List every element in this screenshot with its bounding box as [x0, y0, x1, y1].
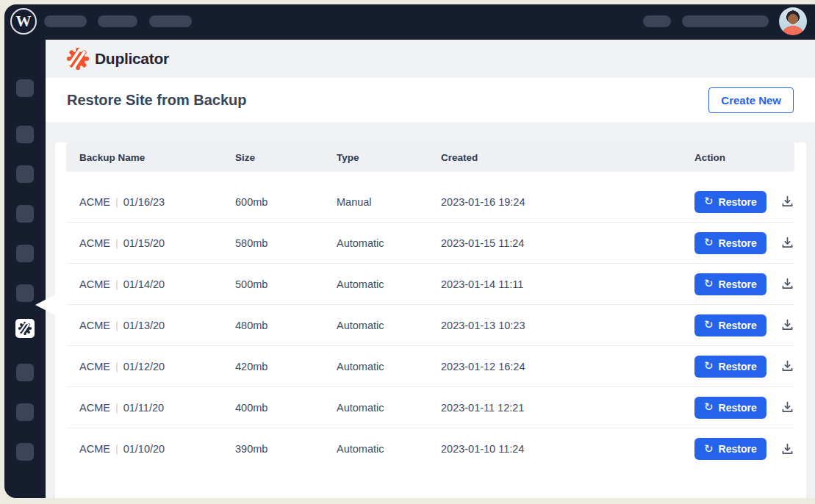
- user-avatar[interactable]: [779, 7, 807, 35]
- restore-button-label: Restore: [719, 443, 757, 455]
- restore-button[interactable]: ↻ Restore: [694, 314, 766, 336]
- sidebar-active-pointer: [35, 295, 55, 315]
- plugin-logo-bar: Duplicator: [46, 40, 815, 78]
- sidebar-item-placeholder[interactable]: [16, 126, 34, 143]
- backups-table: Backup Name Size Type Created Action ACM…: [55, 143, 806, 498]
- backup-site-name: ACME: [79, 443, 110, 455]
- download-button[interactable]: [780, 235, 795, 251]
- restore-refresh-icon: ↻: [704, 196, 714, 207]
- download-button[interactable]: [780, 442, 795, 457]
- backup-name-cell: ACME|01/16/23: [79, 196, 235, 208]
- topbar-menu-placeholder[interactable]: [98, 15, 137, 27]
- action-cell: ↻ Restore: [694, 438, 795, 460]
- sidebar-item-placeholder[interactable]: [16, 79, 34, 97]
- download-button[interactable]: [780, 359, 795, 374]
- backup-site-name: ACME: [79, 361, 110, 372]
- backup-site-name: ACME: [79, 278, 110, 290]
- backup-date: 01/11/20: [123, 402, 164, 414]
- restore-button-label: Restore: [719, 278, 757, 290]
- table-header: Backup Name Size Type Created Action: [66, 143, 794, 172]
- created-cell: 2023-01-12 16:24: [441, 361, 694, 372]
- page-title: Restore Site from Backup: [67, 92, 247, 109]
- table-body: ACME|01/16/23 600mb Manual 2023-01-16 19…: [66, 172, 794, 469]
- download-button[interactable]: [780, 317, 795, 333]
- name-separator: |: [115, 278, 118, 290]
- download-icon: [781, 319, 794, 331]
- download-button[interactable]: [780, 276, 795, 292]
- restore-refresh-icon: ↻: [704, 278, 714, 289]
- backup-date: 01/13/20: [123, 320, 165, 331]
- sidebar-item-placeholder[interactable]: [16, 165, 34, 183]
- sidebar-item-placeholder[interactable]: [16, 403, 34, 421]
- topbar-menu-placeholder[interactable]: [682, 15, 769, 27]
- type-cell: Automatic: [337, 443, 441, 455]
- restore-button[interactable]: ↻ Restore: [694, 232, 766, 254]
- action-cell: ↻ Restore: [694, 273, 795, 295]
- sidebar-item-placeholder[interactable]: [16, 364, 34, 381]
- restore-button[interactable]: ↻ Restore: [694, 438, 766, 460]
- download-icon: [781, 237, 794, 249]
- size-cell: 400mb: [235, 402, 337, 414]
- create-new-button[interactable]: Create New: [708, 87, 794, 113]
- type-cell: Automatic: [337, 320, 441, 331]
- size-cell: 390mb: [235, 443, 337, 455]
- duplicator-gear-icon: [18, 322, 32, 335]
- wordpress-logo[interactable]: W: [10, 8, 37, 35]
- action-cell: ↻ Restore: [694, 232, 795, 254]
- screen: W: [0, 0, 815, 504]
- created-cell: 2023-01-14 11:11: [441, 278, 694, 290]
- topbar-menu-placeholder[interactable]: [149, 15, 192, 27]
- type-cell: Manual: [337, 196, 441, 208]
- name-separator: |: [115, 237, 118, 249]
- action-cell: ↻ Restore: [694, 191, 795, 213]
- table-row: ACME|01/10/20 390mb Automatic 2023-01-10…: [66, 428, 794, 469]
- download-icon: [781, 401, 794, 414]
- table-row: ACME|01/14/20 500mb Automatic 2023-01-14…: [66, 264, 794, 305]
- size-cell: 420mb: [235, 361, 337, 372]
- table-area: Backup Name Size Type Created Action ACM…: [46, 143, 815, 498]
- restore-refresh-icon: ↻: [704, 402, 714, 413]
- download-button[interactable]: [780, 194, 795, 209]
- admin-topbar: W: [4, 4, 815, 40]
- column-header-type: Type: [337, 152, 441, 163]
- backup-name-cell: ACME|01/14/20: [79, 278, 235, 290]
- download-icon: [781, 443, 794, 456]
- download-icon: [781, 360, 794, 372]
- restore-refresh-icon: ↻: [704, 237, 714, 248]
- backup-name-cell: ACME|01/11/20: [79, 402, 235, 414]
- backup-date: 01/10/20: [123, 443, 165, 455]
- type-cell: Automatic: [337, 278, 441, 290]
- created-cell: 2023-01-10 11:24: [441, 443, 694, 455]
- name-separator: |: [115, 402, 118, 414]
- backup-name-cell: ACME|01/10/20: [79, 443, 235, 455]
- table-row: ACME|01/16/23 600mb Manual 2023-01-16 19…: [66, 181, 794, 223]
- size-cell: 580mb: [235, 237, 337, 249]
- restore-refresh-icon: ↻: [704, 444, 714, 455]
- restore-button[interactable]: ↻ Restore: [694, 191, 766, 213]
- download-button[interactable]: [780, 400, 795, 415]
- restore-button[interactable]: ↻ Restore: [694, 397, 766, 419]
- topbar-menu-placeholder[interactable]: [643, 15, 671, 27]
- restore-refresh-icon: ↻: [704, 320, 714, 331]
- restore-button-label: Restore: [719, 196, 757, 208]
- restore-button[interactable]: ↻ Restore: [694, 356, 766, 378]
- backup-site-name: ACME: [79, 320, 110, 331]
- restore-button[interactable]: ↻ Restore: [694, 273, 766, 295]
- sidebar-item-duplicator-active[interactable]: [15, 319, 35, 338]
- content-area: Duplicator Restore Site from Backup Crea…: [46, 40, 815, 498]
- backup-date: 01/12/20: [123, 361, 165, 372]
- backup-name-cell: ACME|01/15/20: [79, 237, 235, 249]
- action-cell: ↻ Restore: [694, 314, 795, 336]
- sidebar-item-placeholder[interactable]: [16, 443, 34, 461]
- sidebar-item-placeholder[interactable]: [16, 245, 34, 262]
- wordpress-logo-letter: W: [16, 12, 32, 31]
- sidebar-item-placeholder[interactable]: [16, 205, 34, 223]
- topbar-menu-placeholder[interactable]: [44, 15, 87, 27]
- backup-site-name: ACME: [79, 402, 110, 414]
- backup-date: 01/15/20: [123, 237, 165, 249]
- size-cell: 600mb: [235, 196, 337, 208]
- backup-name-cell: ACME|01/12/20: [79, 361, 235, 372]
- table-row: ACME|01/12/20 420mb Automatic 2023-01-12…: [66, 346, 794, 387]
- restore-button-label: Restore: [719, 320, 757, 331]
- sidebar-item-placeholder[interactable]: [16, 284, 34, 302]
